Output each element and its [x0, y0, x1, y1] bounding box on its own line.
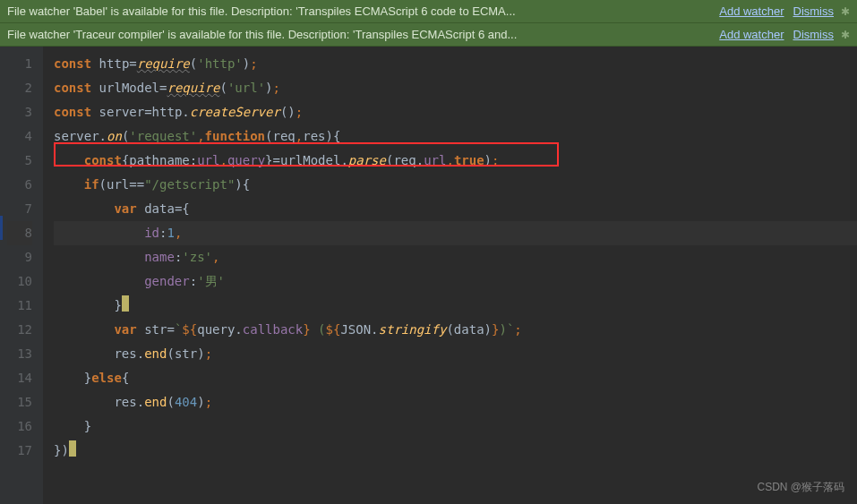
dismiss-link[interactable]: Dismiss: [793, 28, 835, 41]
code-line: }else{: [54, 366, 857, 390]
line-number: 7: [7, 197, 32, 221]
line-number: 1: [7, 52, 32, 76]
code-line: res.end(str);: [54, 342, 857, 366]
line-number: 10: [7, 269, 32, 294]
add-watcher-link[interactable]: Add watcher: [719, 28, 784, 41]
code-line: gender:'男': [54, 269, 857, 294]
code-line: const{pathname:url,query}=urlModel.parse…: [54, 149, 857, 173]
file-watcher-banner-traceur: File watcher 'Traceur compiler' is avail…: [0, 23, 857, 47]
gear-icon[interactable]: ✱: [841, 5, 850, 18]
line-number: 6: [7, 173, 32, 197]
line-number: 8: [7, 221, 32, 245]
line-number: 5: [7, 149, 32, 173]
code-area[interactable]: const http=require('http'); const urlMod…: [43, 47, 857, 504]
watermark: CSDN @猴子落码: [757, 480, 844, 495]
dismiss-link[interactable]: Dismiss: [793, 4, 835, 18]
code-line: id:1,: [54, 221, 857, 245]
line-number: 12: [7, 318, 32, 342]
code-line: }: [54, 414, 857, 439]
banner-text: File watcher 'Babel' is available for th…: [7, 4, 710, 18]
code-line: server.on('request',function(req,res){: [54, 124, 857, 149]
line-number: 11: [7, 294, 32, 318]
code-line: }): [54, 439, 857, 463]
code-line: name:'zs',: [54, 245, 857, 269]
line-number: 16: [7, 414, 32, 439]
line-number: 17: [7, 439, 32, 463]
file-watcher-banner-babel: File watcher 'Babel' is available for th…: [0, 0, 857, 23]
line-number: 13: [7, 342, 32, 366]
line-number: 14: [7, 366, 32, 390]
breakpoint-marker: [0, 216, 3, 240]
line-number: 9: [7, 245, 32, 269]
line-number: 4: [7, 124, 32, 149]
banner-text: File watcher 'Traceur compiler' is avail…: [7, 28, 710, 41]
line-gutter: 1 2 3 4 5 6 7 8 9 10 11 12 13 14 15 16 1…: [0, 47, 43, 504]
code-line: res.end(404);: [54, 390, 857, 414]
code-editor[interactable]: 1 2 3 4 5 6 7 8 9 10 11 12 13 14 15 16 1…: [0, 47, 857, 504]
line-number: 3: [7, 100, 32, 124]
code-line: const http=require('http');: [54, 52, 857, 76]
code-line: if(url=="/getscript"){: [54, 173, 857, 197]
gear-icon[interactable]: ✱: [841, 29, 850, 41]
code-line: const urlModel=require('url');: [54, 76, 857, 100]
code-line: const server=http.createServer();: [54, 100, 857, 124]
code-line: var data={: [54, 197, 857, 221]
code-line: var str=`${query.callback} (${JSON.strin…: [54, 318, 857, 342]
add-watcher-link[interactable]: Add watcher: [719, 4, 784, 18]
line-number: 15: [7, 390, 32, 414]
caret: [122, 295, 129, 312]
code-line: }: [54, 294, 857, 318]
line-number: 2: [7, 76, 32, 100]
caret: [69, 440, 76, 457]
